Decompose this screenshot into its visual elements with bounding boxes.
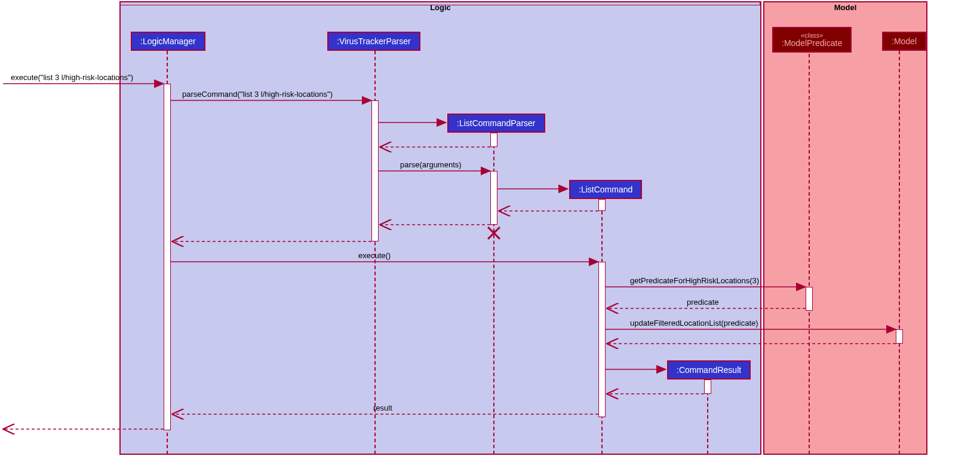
msg-get-predicate: getPredicateForHighRiskLocations(3) [630, 276, 759, 285]
msg-parse-args: parse(arguments) [400, 160, 462, 169]
msg-predicate: predicate [687, 298, 718, 307]
msg-execute-in: execute("list 3 l/high-risk-locations") [11, 73, 133, 82]
msg-execute: execute() [358, 251, 391, 260]
destroy-icon [487, 226, 501, 240]
msg-parse-command: parseCommand("list 3 l/high-risk-locatio… [182, 90, 333, 99]
msg-update-filtered: updateFilteredLocationList(predicate) [630, 319, 758, 328]
msg-result: result [373, 403, 392, 412]
